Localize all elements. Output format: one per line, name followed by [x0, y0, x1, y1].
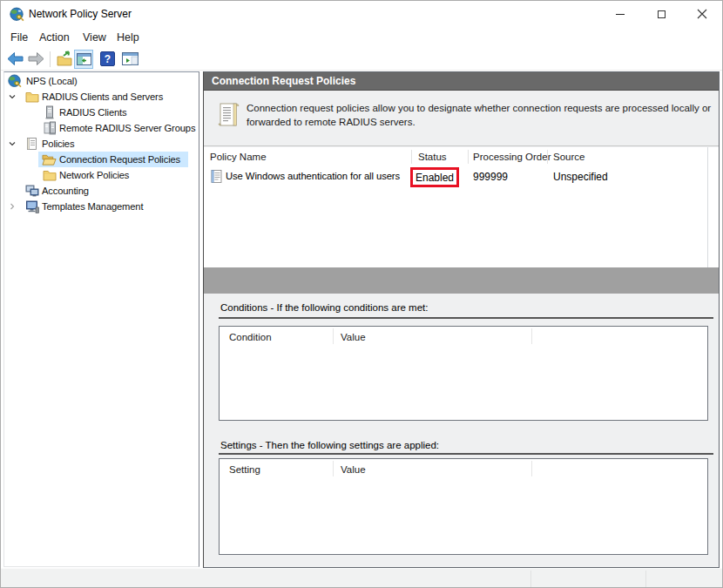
- status-bar-divider: [645, 571, 646, 587]
- tree-item-network-policies[interactable]: Network Policies: [4, 167, 199, 183]
- window-network-policy-server: Network Policy Server File Action View H…: [0, 0, 723, 588]
- folder-icon: [24, 90, 39, 104]
- column-separator: [333, 461, 334, 476]
- help-button[interactable]: ?: [100, 51, 115, 66]
- conditions-label: Conditions - If the following conditions…: [220, 302, 428, 313]
- tree-item-label: Connection Request Policies: [59, 152, 180, 167]
- forward-icon: [28, 51, 44, 66]
- tree-item-label: RADIUS Clients and Servers: [42, 89, 163, 105]
- description-panel: Connection request policies allow you to…: [204, 91, 719, 146]
- status-bar: [1, 568, 722, 588]
- server-icon: [42, 105, 57, 119]
- conditions-table: Condition Value: [219, 326, 708, 421]
- export-list-icon: [56, 51, 73, 68]
- title-bar: Network Policy Server: [1, 1, 722, 27]
- conditions-column-condition: Condition: [229, 332, 272, 342]
- menu-action[interactable]: Action: [39, 27, 70, 48]
- menu-view[interactable]: View: [83, 27, 106, 48]
- tree-item-policies[interactable]: Policies: [4, 136, 199, 152]
- conditions-rule: [219, 317, 713, 319]
- console-tree-pane: NPS (Local) RADIUS Clients and Servers R: [3, 71, 199, 567]
- tree-item-label: NPS (Local): [26, 73, 78, 89]
- tree-item-radius-clients-and-servers[interactable]: RADIUS Clients and Servers: [4, 89, 199, 105]
- folder-open-icon: [42, 152, 57, 166]
- column-header-source[interactable]: Source: [553, 152, 584, 162]
- tree-item-label: Network Policies: [59, 167, 129, 183]
- status-highlight-box: Enabled: [410, 167, 459, 187]
- nps-globe-icon: [7, 74, 22, 88]
- scroll-icon: [24, 137, 39, 151]
- export-list-button[interactable]: [56, 51, 73, 68]
- tree-item-templates-management[interactable]: Templates Management: [4, 199, 199, 214]
- settings-label: Settings - Then the following settings a…: [220, 440, 439, 450]
- policy-row-status: Enabled: [416, 172, 454, 184]
- column-separator: [707, 147, 708, 267]
- computers-icon: [24, 184, 39, 198]
- back-button[interactable]: [7, 51, 24, 66]
- column-separator: [468, 150, 469, 164]
- svg-text:?: ?: [105, 53, 111, 65]
- column-separator: [333, 328, 334, 344]
- show-console-tree-button[interactable]: [74, 50, 93, 69]
- computer-icon: [24, 199, 39, 213]
- close-icon: [697, 9, 707, 19]
- column-separator: [411, 150, 412, 164]
- policy-row-source: Unspecified: [553, 171, 608, 183]
- minimize-button[interactable]: [600, 1, 640, 27]
- column-header-processing-order[interactable]: Processing Order: [473, 152, 551, 162]
- details-pane-header: Connection Request Policies: [204, 72, 719, 91]
- minimize-icon: [616, 14, 625, 15]
- description-text: Connection request policies allow you to…: [247, 101, 711, 129]
- detail-header-bar: [204, 267, 719, 294]
- tree-item-label: RADIUS Clients: [59, 105, 126, 120]
- details-pane-title: Connection Request Policies: [204, 72, 719, 90]
- policy-row-name[interactable]: Use Windows authentication for all users: [226, 171, 400, 181]
- tree-item-nps-local[interactable]: NPS (Local): [4, 73, 199, 89]
- folder-icon: [42, 168, 57, 182]
- column-separator: [531, 461, 532, 476]
- settings-rule: [219, 453, 713, 455]
- policy-row-processing-order: 999999: [473, 171, 508, 183]
- chevron-expanded-icon[interactable]: [8, 139, 17, 148]
- forward-button[interactable]: [28, 51, 44, 66]
- window-title: Network Policy Server: [29, 1, 132, 28]
- settings-column-setting: Setting: [229, 464, 260, 475]
- tree-item-label: Remote RADIUS Server Groups: [59, 120, 195, 136]
- menu-bar: File Action View Help: [1, 27, 722, 48]
- column-header-policy-name[interactable]: Policy Name: [210, 152, 267, 162]
- menu-help[interactable]: Help: [117, 27, 139, 48]
- toolbar: ?: [1, 48, 722, 71]
- back-icon: [7, 51, 24, 66]
- menu-file[interactable]: File: [10, 27, 28, 48]
- settings-column-value: Value: [341, 464, 366, 475]
- tree-item-label: Templates Management: [42, 199, 143, 214]
- show-action-pane-button[interactable]: [122, 52, 139, 65]
- action-pane-icon: [122, 52, 139, 65]
- column-header-status[interactable]: Status: [418, 152, 447, 162]
- conditions-column-value: Value: [341, 332, 366, 342]
- close-button[interactable]: [682, 1, 722, 27]
- column-separator: [547, 150, 548, 164]
- column-separator: [531, 328, 532, 344]
- status-bar-divider: [530, 571, 531, 587]
- description-line2: forwarded to remote RADIUS servers.: [247, 115, 711, 129]
- policy-list: Policy Name Status Processing Order Sour…: [204, 147, 719, 267]
- description-line1: Connection request policies allow you to…: [247, 101, 711, 115]
- details-pane: Connection Request Policies Connection r…: [203, 71, 720, 568]
- help-icon: ?: [100, 51, 115, 66]
- tree-item-accounting[interactable]: Accounting: [4, 183, 199, 199]
- toolbar-separator: [50, 51, 51, 67]
- app-globe-icon: [10, 7, 24, 22]
- chevron-expanded-icon[interactable]: [8, 92, 17, 101]
- tree-item-remote-radius-server-groups[interactable]: Remote RADIUS Server Groups: [4, 120, 199, 136]
- chevron-collapsed-icon[interactable]: [8, 202, 17, 211]
- maximize-icon: [658, 10, 666, 18]
- maximize-button[interactable]: [641, 1, 681, 27]
- tree-item-connection-request-policies[interactable]: Connection Request Policies: [4, 152, 199, 167]
- settings-table: Setting Value: [219, 458, 708, 555]
- tree-item-label: Accounting: [42, 183, 89, 199]
- tree-item-radius-clients[interactable]: RADIUS Clients: [4, 105, 199, 120]
- tree-item-label: Policies: [42, 136, 74, 152]
- server-group-icon: [42, 121, 57, 135]
- policy-scroll-icon: [218, 102, 240, 128]
